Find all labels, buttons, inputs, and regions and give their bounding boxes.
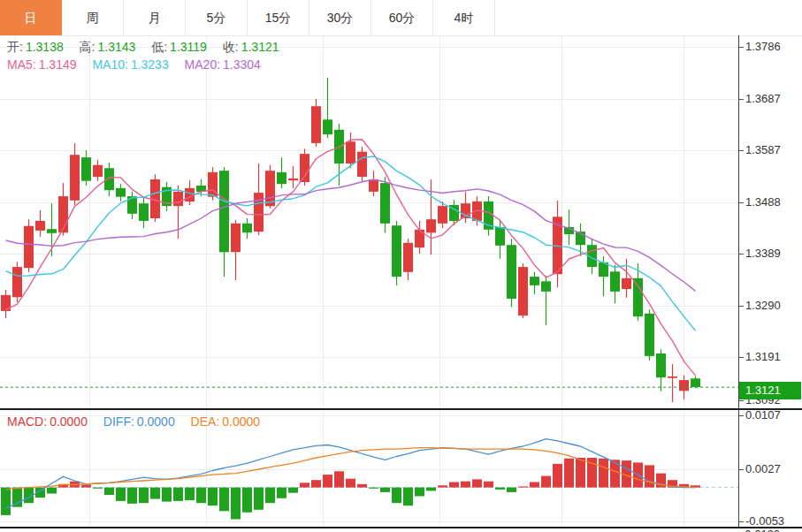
candle-body [265,171,275,206]
candle-body [518,267,528,315]
macd-axis-label: -0.0053 [745,514,800,528]
tab-m5[interactable]: 5分 [186,0,248,35]
axis-tick [739,150,744,151]
candle-body [656,353,666,377]
candle-body [495,227,505,246]
macd-hist-bar [553,464,562,488]
tab-month[interactable]: 月 [124,0,186,35]
macd-hist-bar [139,488,149,504]
candle-body [679,380,689,391]
tab-m60[interactable]: 60分 [371,0,433,35]
macd-hist-bar [507,488,516,492]
candle-body [311,106,321,143]
candle-body [58,196,68,232]
macd-hist-bar [162,488,172,502]
axis-tick [739,47,744,48]
tab-h4[interactable]: 4时 [433,0,495,35]
macd-hist-bar [484,482,493,488]
open-value: 1.3138 [26,40,64,54]
panel-divider [0,408,802,410]
bottom-border [0,527,802,528]
candle-body [288,179,298,180]
macd-hist-bar [346,479,355,488]
axis-tick [739,306,744,307]
macd-hist-bar [185,488,195,501]
candle-body [392,225,401,277]
candle-body [426,219,436,232]
tab-day[interactable]: 日 [0,0,62,35]
ma-legend: MA5:1.3149 MA10:1.3233 MA20:1.3304 [7,57,264,72]
diff-value: 0.0000 [137,414,175,429]
tab-m30[interactable]: 30分 [309,0,371,35]
candle-body [116,188,126,197]
candle-body [645,314,654,356]
candle-body [323,119,332,134]
candle-body [277,172,286,184]
macd-hist-bar [599,459,608,488]
candle-body [357,152,367,177]
macd-hist-bar [564,459,574,488]
close-value: 1.3121 [241,40,279,54]
axis-tick [739,415,744,416]
candle-body [231,224,241,252]
macd-hist-bar [231,488,241,520]
macd-axis-label: 0.0027 [745,462,800,475]
macd-hist-bar [104,488,114,495]
close-label: 收: [223,40,239,54]
candle-body [530,277,539,285]
candle-body [12,267,22,297]
dea-value: 0.0000 [222,414,260,429]
price-axis-label: 1.3488 [745,195,800,209]
price-axis-label: 1.3587 [745,143,800,156]
candle-body [81,157,91,181]
candle-body [173,192,183,206]
candle-body [380,183,390,224]
macd-hist-bar [369,488,378,489]
price-axis-label: 1.3687 [745,92,800,105]
macd-hist-bar [219,488,229,512]
macd-hist-bar [323,475,332,488]
axis-tick [739,254,744,255]
macd-hist-bar [518,486,528,487]
macd-label: MACD: [7,414,47,429]
open-label: 开: [7,40,23,54]
ma20-line [6,179,696,291]
axis-tick [739,357,744,358]
candle-body [300,154,309,182]
candle-body [541,281,551,292]
ma10-label: MA10: [92,57,127,72]
macd-hist-bar [357,484,367,488]
macd-hist-bar [265,488,275,504]
candle-body [254,193,264,232]
price-axis-line [738,35,739,528]
macd-legend: MACD:0.0000 DIFF:0.0000 DEA:0.0000 [7,414,263,429]
ma10-value: 1.3233 [131,57,169,72]
macd-hist-bar [81,485,91,488]
macd-hist-bar [392,488,401,504]
price-axis-label: 1.3191 [745,350,800,363]
tab-m15[interactable]: 15分 [248,0,309,35]
axis-tick [739,99,744,100]
macd-hist-bar [449,483,459,488]
candle-body [185,188,195,201]
macd-hist-bar [150,488,160,499]
tab-week[interactable]: 周 [62,0,124,35]
candle-body [633,278,643,316]
macd-hist-bar [47,488,57,494]
ma20-value: 1.3304 [223,57,261,72]
candle-body [139,203,149,221]
candle-body [24,226,34,269]
macd-hist-bar [530,483,539,488]
candle-body [93,165,103,177]
macd-hist-bar [127,488,137,504]
candlestick-chart[interactable] [0,35,738,409]
macd-hist-bar [196,488,206,504]
macd-hist-bar [495,488,505,490]
dea-label: DEA: [191,414,220,429]
macd-hist-bar [438,485,447,487]
candle-body [346,141,355,163]
candle-body [610,271,620,292]
macd-hist-bar [1,488,11,515]
low-value: 1.3119 [170,40,207,54]
axis-tick [739,202,744,203]
